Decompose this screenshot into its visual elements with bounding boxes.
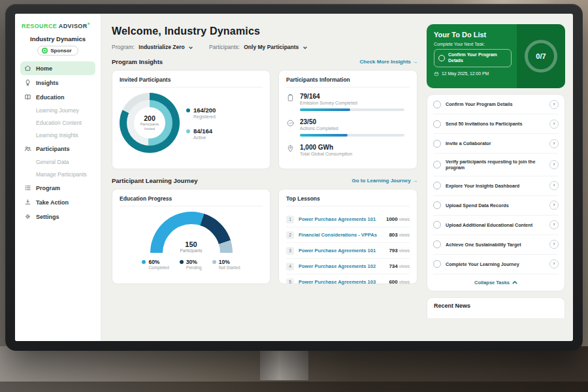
task-row[interactable]: Verify participants requesting to join t… (433, 154, 559, 176)
legend-item-registered: 164/200 Registered (186, 106, 216, 119)
gauge-center: 150 Participants (150, 241, 233, 253)
chevron-right-icon[interactable]: › (549, 240, 559, 249)
legend-value: 164/200 (193, 106, 216, 114)
sidebar-item-label: Home (36, 65, 52, 72)
progress-track (300, 108, 404, 111)
insights-cards-row: Invited Participants 200 Participants In… (112, 70, 417, 169)
education-gauge-chart: 150 Participants (150, 212, 233, 253)
lesson-title-link[interactable]: Power Purchase Agreements 101 (299, 216, 382, 222)
card-title: Invited Participants (120, 76, 263, 88)
sidebar-item-education-content[interactable]: Education Content (20, 117, 95, 129)
page-title: Welcome, Industry Dynamics (112, 25, 417, 37)
book-icon (24, 93, 31, 101)
home-icon (24, 65, 31, 72)
sidebar-item-label: Program (36, 185, 60, 191)
task-row[interactable]: Invite a Collaborator › (433, 134, 559, 154)
checkbox-icon[interactable] (433, 182, 441, 189)
program-filter-value: Industrialize Zero (139, 44, 184, 50)
lesson-title-link[interactable]: Power Purchase Agreements 103 (299, 279, 384, 285)
calendar-icon (434, 71, 439, 76)
sponsor-badge[interactable]: Sponsor (37, 46, 78, 56)
sidebar-item-learning-insights[interactable]: Learning Insights (20, 129, 95, 141)
info-row-survey: 79/164 Emission Survey Completed (286, 93, 410, 111)
chevron-right-icon[interactable]: › (549, 201, 559, 210)
donut-center-value: 200 (144, 114, 155, 122)
card-title: Top Lessons (286, 195, 410, 206)
collapse-tasks-button[interactable]: Collapse Tasks (433, 274, 559, 291)
todo-panel: Your To Do List Complete Your Next Task:… (427, 18, 565, 341)
chevron-right-icon[interactable]: › (549, 181, 559, 190)
checkbox-icon[interactable] (433, 120, 441, 128)
legend-label: Completed (148, 265, 169, 270)
check-more-insights-link[interactable]: Check More Insights → (360, 59, 417, 65)
chevron-right-icon[interactable]: › (549, 160, 559, 169)
chevron-right-icon[interactable]: › (549, 139, 559, 148)
checkbox-icon[interactable] (433, 101, 441, 108)
lesson-title-link[interactable]: Power Purchase Agreements 101 (299, 248, 384, 253)
task-row[interactable]: Complete Your Learning Journey › (433, 255, 559, 274)
todo-progress-zone: 0/7 (517, 24, 565, 88)
chevron-right-icon[interactable]: › (549, 100, 559, 109)
section-title: Program Insights (112, 58, 163, 65)
due-date: 12 May 2025, 12:00 PM (434, 71, 512, 76)
participants-filter[interactable]: Participants: Only My Participants (209, 44, 308, 50)
task-label: Verify participants requesting to join t… (446, 159, 545, 171)
chevron-right-icon[interactable]: › (549, 220, 559, 229)
todo-subtitle: Complete Your Next Task: (434, 42, 512, 46)
learning-journey-section: Participant Learning Journey Go to Learn… (112, 177, 417, 184)
task-row[interactable]: Achieve One Sustainability Target › (433, 235, 559, 255)
top-lessons-card: Top Lessons 1 Power Purchase Agreements … (278, 189, 417, 284)
sidebar-item-program[interactable]: Program (20, 181, 95, 195)
info-label: Emission Survey Completed (300, 101, 410, 105)
info-label: Total Global Consumption (300, 152, 410, 156)
chevron-right-icon[interactable]: › (549, 259, 559, 269)
todo-title: Your To Do List (434, 31, 512, 39)
sidebar-item-label: Education (36, 94, 65, 101)
lesson-rank: 3 (286, 247, 294, 255)
task-row[interactable]: Explore Your Insights Dashboard › (433, 176, 559, 196)
sidebar-item-insights[interactable]: Insights (20, 76, 95, 90)
sidebar-item-manage-participants[interactable]: Manage Participants (20, 169, 95, 180)
legend-label: Not Started (219, 265, 240, 270)
monitor-bezel: RESOURCE ADVISOR+ Industry Dynamics Spon… (5, 4, 583, 351)
lesson-row: 5 Power Purchase Agreements 103 600views (286, 274, 410, 289)
legend-label: Registered (193, 114, 216, 119)
chevron-right-icon[interactable]: › (549, 120, 559, 129)
gauge-center-value: 150 (150, 241, 233, 248)
sidebar-item-learning-journey[interactable]: Learning Journey (20, 105, 95, 116)
brand-advisor: ADVISOR (59, 23, 88, 29)
checkbox-icon[interactable] (433, 201, 441, 209)
legend-label: Active (193, 135, 212, 140)
task-row[interactable]: Confirm Your Program Details › (433, 95, 559, 114)
sidebar-item-take-action[interactable]: Take Action (20, 195, 95, 209)
checkbox-icon[interactable] (433, 260, 441, 268)
sidebar-item-home[interactable]: Home (20, 61, 95, 75)
sidebar-item-education[interactable]: Education (20, 90, 95, 104)
checkbox-icon[interactable] (438, 55, 445, 61)
participants-information-card: Participants Information 79/164 Emission… (278, 70, 417, 169)
legend-item-completed: 60% Completed (142, 259, 169, 270)
due-date-text: 12 May 2025, 12:00 PM (442, 71, 489, 76)
checkbox-icon[interactable] (433, 140, 441, 148)
sidebar-item-general-data[interactable]: General Data (20, 156, 95, 168)
sidebar-item-participants[interactable]: Participants (20, 142, 95, 155)
checkbox-icon[interactable] (433, 161, 441, 169)
sidebar-item-label: Take Action (36, 199, 69, 206)
program-filter[interactable]: Program: Industrialize Zero (112, 44, 193, 50)
checkbox-icon[interactable] (433, 240, 441, 248)
legend-value: 30% (186, 259, 197, 265)
participants-filter-label: Participants: (209, 44, 240, 50)
lesson-views: 793views (389, 248, 410, 253)
lesson-title-link[interactable]: Financial Considerations - VPPAs (299, 232, 384, 238)
todo-header-card: Your To Do List Complete Your Next Task:… (427, 24, 565, 88)
lesson-title-link[interactable]: Power Purchase Agreements 102 (299, 263, 384, 269)
task-row[interactable]: Upload Additional Educational Content › (433, 216, 559, 235)
task-row[interactable]: Send 50 Invitations to Participants › (433, 114, 559, 134)
chevron-down-icon (188, 45, 193, 50)
go-to-learning-journey-link[interactable]: Go to Learning Journey → (352, 178, 417, 184)
next-task[interactable]: Confirm Your Program Details (434, 49, 512, 67)
sidebar-item-label: Participants (36, 146, 70, 152)
sidebar-item-settings[interactable]: Settings (20, 210, 95, 223)
task-row[interactable]: Upload Spend Data Records › (433, 196, 559, 216)
checkbox-icon[interactable] (433, 221, 441, 229)
